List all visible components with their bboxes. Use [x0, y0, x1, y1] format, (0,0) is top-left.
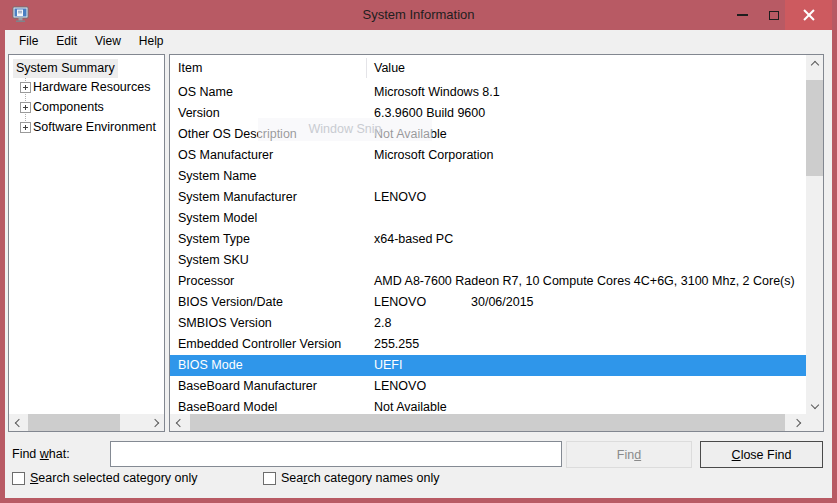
menu-file[interactable]: File — [10, 30, 47, 53]
tree-horizontal-scrollbar[interactable] — [9, 414, 164, 431]
titlebar[interactable]: System Information — [0, 0, 837, 30]
table-horizontal-scrollbar[interactable] — [170, 414, 806, 431]
table-header: Item Value — [170, 55, 823, 81]
scroll-up-icon[interactable] — [806, 55, 823, 72]
scroll-left-icon[interactable] — [170, 414, 187, 431]
tree-item-software-environment[interactable]: Software Environment — [33, 118, 156, 137]
menu-edit[interactable]: Edit — [47, 30, 86, 53]
close-button[interactable] — [785, 0, 832, 30]
table-row[interactable]: OS ManufacturerMicrosoft Corporation — [170, 145, 806, 166]
row-value-cell: LENOVO — [374, 292, 426, 313]
table-vertical-scrollbar[interactable] — [806, 55, 823, 414]
row-value-cell: x64-based PC — [374, 229, 453, 250]
minimize-button[interactable] — [725, 0, 759, 30]
scroll-left-icon[interactable] — [9, 414, 26, 431]
scroll-right-icon[interactable] — [147, 414, 164, 431]
window-title: System Information — [0, 0, 837, 30]
row-value-cell: AMD A8-7600 Radeon R7, 10 Compute Cores … — [374, 271, 795, 292]
column-header-item[interactable]: Item — [178, 55, 202, 81]
row-item-cell: OS Manufacturer — [178, 145, 273, 166]
scrollbar-corner — [806, 414, 823, 431]
table-hscrollbar-thumb[interactable] — [190, 414, 785, 431]
row-item-cell: OS Name — [178, 82, 233, 103]
row-value-cell: LENOVO — [374, 376, 426, 397]
table-row[interactable]: BIOS Version/DateLENOVO30/06/2015 — [170, 292, 806, 313]
row-value-cell: 2.8 — [374, 313, 391, 334]
close-icon — [803, 9, 815, 21]
close-find-button[interactable]: Close Find — [700, 441, 823, 468]
row-item-cell: System Name — [178, 166, 257, 187]
expand-plus-icon[interactable] — [20, 122, 31, 133]
row-value-cell: UEFI — [374, 355, 402, 376]
tree-item-system-summary[interactable]: System Summary — [13, 59, 118, 78]
window-snip-ghost-overlay: Window Snip — [258, 118, 432, 141]
table-row[interactable]: System Model — [170, 208, 806, 229]
column-header-value[interactable]: Value — [374, 55, 405, 81]
table-row[interactable]: ProcessorAMD A8-7600 Radeon R7, 10 Compu… — [170, 271, 806, 292]
scroll-down-icon[interactable] — [806, 397, 823, 414]
checkbox-icon[interactable] — [12, 472, 25, 485]
tree-scrollbar-thumb[interactable] — [28, 414, 120, 431]
category-tree-panel: System Summary Hardware Resources Compon… — [8, 54, 165, 432]
menu-help[interactable]: Help — [130, 30, 173, 53]
row-item-cell: System Model — [178, 208, 257, 229]
menubar: File Edit View Help — [5, 30, 832, 53]
row-item-cell: SMBIOS Version — [178, 313, 272, 334]
tree-item-hardware-resources[interactable]: Hardware Resources — [33, 78, 150, 97]
expand-plus-icon[interactable] — [20, 82, 31, 93]
find-button: Find — [566, 441, 692, 468]
row-value-cell: Microsoft Windows 8.1 — [374, 82, 500, 103]
table-row[interactable]: BIOS ModeUEFI — [170, 355, 806, 376]
table-vscrollbar-thumb[interactable] — [806, 80, 823, 176]
details-table-panel: Item Value OS NameMicrosoft Windows 8.1V… — [169, 54, 824, 432]
table-row[interactable]: BaseBoard ManufacturerLENOVO — [170, 376, 806, 397]
table-row[interactable]: SMBIOS Version2.8 — [170, 313, 806, 334]
row-item-cell: Processor — [178, 271, 234, 292]
minimize-icon — [737, 14, 748, 16]
find-what-label: Find what: — [12, 447, 70, 461]
search-selected-category-option[interactable]: Search selected category only — [12, 471, 197, 485]
tree-item-components[interactable]: Components — [33, 98, 104, 117]
row-item-cell: BIOS Version/Date — [178, 292, 283, 313]
row-item-cell: BIOS Mode — [178, 355, 243, 376]
row-item-cell: Version — [178, 103, 220, 124]
maximize-icon — [769, 11, 779, 20]
search-category-names-option[interactable]: Search category names only — [263, 471, 439, 485]
checkbox-label: Search category names only — [281, 471, 439, 485]
row-value-cell: 255.255 — [374, 334, 419, 355]
scroll-right-icon[interactable] — [789, 414, 806, 431]
table-row[interactable]: System Name — [170, 166, 806, 187]
column-separator[interactable] — [366, 58, 367, 78]
table-row[interactable]: System Typex64-based PC — [170, 229, 806, 250]
menu-view[interactable]: View — [86, 30, 130, 53]
row-item-cell: System SKU — [178, 250, 249, 271]
system-information-window: System Information File Edit View Help S… — [0, 0, 837, 503]
table-row[interactable]: System ManufacturerLENOVO — [170, 187, 806, 208]
row-item-cell: BaseBoard Manufacturer — [178, 376, 317, 397]
checkbox-icon[interactable] — [263, 472, 276, 485]
row-item-cell: Embedded Controller Version — [178, 334, 341, 355]
row-value-cell: LENOVO — [374, 187, 426, 208]
row-item-cell: System Manufacturer — [178, 187, 297, 208]
expand-plus-icon[interactable] — [20, 102, 31, 113]
table-row[interactable]: OS NameMicrosoft Windows 8.1 — [170, 82, 806, 103]
row-item-cell: System Type — [178, 229, 250, 250]
checkbox-label: Search selected category only — [30, 471, 197, 485]
find-input[interactable] — [110, 441, 562, 467]
table-row[interactable]: System SKU — [170, 250, 806, 271]
row-value-date-cell: 30/06/2015 — [471, 292, 534, 313]
row-value-cell: Microsoft Corporation — [374, 145, 494, 166]
table-row[interactable]: Embedded Controller Version255.255 — [170, 334, 806, 355]
